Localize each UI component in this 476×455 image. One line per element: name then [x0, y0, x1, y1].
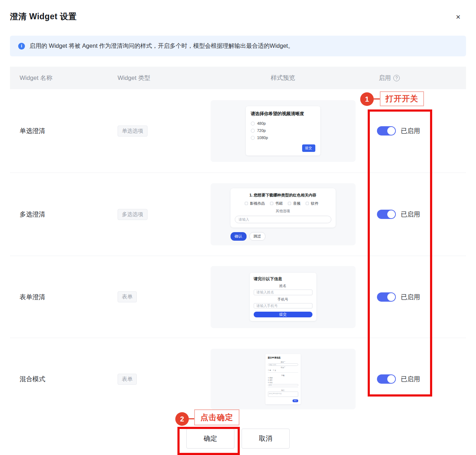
toggle-knob: [387, 375, 395, 383]
name-input: [254, 290, 312, 295]
preview-card-mixed: 提交申请信息 姓名 * 请输入姓名 性别 * 男 女 兴趣 阅读 旅行 音乐: [265, 354, 301, 404]
checkbox-icon: [245, 202, 248, 205]
row-name: 表单澄清: [10, 293, 108, 301]
mini-form-title: 提交申请信息: [268, 356, 298, 359]
preview-submit-button: 提交: [302, 144, 315, 152]
toggle-knob: [387, 210, 395, 218]
table-row-mixed: 混合模式 表单 提交申请信息 姓名 * 请输入姓名 性别 * 男 女 兴趣: [10, 338, 466, 420]
checkbox-icon: [268, 382, 269, 383]
close-icon[interactable]: ×: [453, 12, 464, 22]
mini-radio-option: 男: [270, 369, 271, 371]
preview-mixed: 提交申请信息 姓名 * 请输入姓名 性别 * 男 女 兴趣 阅读 旅行 音乐: [211, 349, 356, 409]
field-label: 姓名: [254, 283, 312, 288]
mini-field-label: 备注: [268, 389, 298, 391]
mini-radio-option: 女: [275, 369, 276, 371]
radio-icon: [251, 136, 255, 140]
radio-icon: [251, 122, 255, 126]
toggle-knob: [387, 127, 395, 135]
type-badge: 表单: [118, 291, 137, 302]
radio-option: 720p: [257, 128, 266, 133]
header-widget-name: Widget 名称: [10, 74, 108, 82]
field-label: 手机号: [254, 297, 312, 302]
radio-icon: [273, 369, 274, 371]
toggle-status: 已启用: [401, 293, 420, 301]
enable-toggle-multi[interactable]: [377, 210, 396, 219]
header-enable-label: 启用: [379, 74, 391, 82]
page-title: 澄清 Widget 设置: [10, 11, 77, 22]
checkbox-icon: [268, 377, 269, 379]
mini-checkbox-option: 音乐: [270, 382, 273, 383]
header-widget-type: Widget 类型: [108, 74, 197, 82]
step-2-label: 点击确定: [194, 409, 239, 425]
cancel-button[interactable]: 取消: [242, 429, 290, 449]
other-option-input: [235, 216, 331, 223]
radio-option: 1080p: [257, 136, 268, 140]
info-icon: i: [18, 43, 25, 50]
table-header: Widget 名称 Widget 类型 样式预览 启用 ?: [10, 67, 466, 89]
enable-toggle-single[interactable]: [377, 126, 396, 136]
preview-question: 请选择你希望的视频清晰度: [251, 111, 315, 117]
mini-other-input: 其他: [268, 384, 298, 386]
header-enable: 启用 ?: [369, 74, 466, 82]
header-style-preview: 样式预览: [197, 74, 369, 82]
toggle-status: 已启用: [401, 210, 420, 219]
widget-table-body: 单选澄清 单选选项 请选择你希望的视频清晰度 480p 720p 1080p 提…: [10, 89, 466, 420]
annotation-connector: [373, 98, 381, 99]
preview-skip-button: 跳过: [249, 232, 265, 241]
preview-card-multi: 1. 您想要下载哪种类型的红色相关内容 影视作品 书籍 音频 软件 其他选项: [231, 188, 336, 228]
radio-icon: [268, 369, 269, 371]
step-2-badge: 2: [175, 412, 189, 426]
info-banner-text: 启用的 Widget 将被 Agent 作为澄清询问的样式，开启多个时，模型会根…: [30, 42, 294, 50]
toggle-status: 已启用: [401, 375, 420, 383]
info-banner: i 启用的 Widget 将被 Agent 作为澄清询问的样式，开启多个时，模型…: [10, 36, 466, 56]
step-1-label: 打开开关: [380, 91, 424, 106]
type-badge: 单选选项: [118, 126, 148, 137]
checkbox-icon: [306, 202, 309, 205]
checkbox-option: 书籍: [275, 201, 283, 206]
radio-icon: [251, 129, 255, 133]
enable-toggle-mixed[interactable]: [377, 374, 396, 384]
clarify-widget-settings-dialog: 澄清 Widget 设置 × i 启用的 Widget 将被 Agent 作为澄…: [0, 0, 476, 455]
preview-question: 1. 您想要下载哪种类型的红色相关内容: [235, 193, 331, 198]
checkbox-option: 软件: [311, 201, 319, 206]
help-icon[interactable]: ?: [393, 75, 400, 81]
mini-field-label: 性别 *: [268, 367, 298, 368]
row-name: 多选澄清: [10, 210, 108, 219]
preview-form: 请完善以下信息 姓名 手机号 提交: [211, 266, 356, 328]
mini-checkbox-option: 阅读: [270, 377, 273, 379]
other-options-label: 其他选项: [235, 209, 331, 214]
preview-confirm-button: 确认: [231, 232, 247, 241]
mini-field-label: 兴趣: [268, 374, 298, 376]
checkbox-option: 音频: [293, 201, 301, 206]
table-row-form: 表单澄清 表单 请完善以下信息 姓名 手机号 提交 已启用: [10, 256, 466, 338]
row-name: 混合模式: [10, 375, 108, 383]
preview-submit-button: 提交: [254, 312, 312, 317]
toggle-knob: [387, 293, 395, 301]
type-badge: 多选选项: [118, 209, 148, 220]
type-badge: 表单: [118, 374, 137, 385]
preview-card-single: 请选择你希望的视频清晰度 480p 720p 1080p 提交: [246, 106, 320, 155]
mini-name-input: 请输入姓名: [268, 363, 298, 366]
checkbox-icon: [268, 379, 269, 381]
phone-input: [254, 303, 312, 309]
checkbox-icon: [270, 202, 273, 205]
step-1-badge: 1: [360, 92, 374, 106]
confirm-button[interactable]: 确定: [186, 429, 234, 449]
preview-single-select: 请选择你希望的视频清晰度 480p 720p 1080p 提交: [211, 100, 356, 162]
checkbox-icon: [288, 202, 291, 205]
toggle-status: 已启用: [401, 127, 420, 135]
mini-note-textarea: 其他需要说明的信息: [268, 392, 298, 397]
mini-checkbox-option: 旅行: [270, 379, 273, 381]
preview-card-form: 请完善以下信息 姓名 手机号 提交: [250, 273, 316, 321]
preview-multi-select: 1. 您想要下载哪种类型的红色相关内容 影视作品 书籍 音频 软件 其他选项: [211, 183, 356, 245]
table-row-multi-select: 多选澄清 多选选项 1. 您想要下载哪种类型的红色相关内容 影视作品 书籍 音频…: [10, 173, 466, 256]
checkbox-option: 影视作品: [250, 201, 265, 206]
preview-form-title: 请完善以下信息: [254, 276, 312, 282]
mini-field-label: 姓名 *: [268, 361, 298, 363]
row-name: 单选澄清: [10, 127, 108, 135]
preview-submit-button: 提交: [293, 399, 298, 402]
radio-option: 480p: [257, 121, 266, 126]
enable-toggle-form[interactable]: [377, 292, 396, 302]
